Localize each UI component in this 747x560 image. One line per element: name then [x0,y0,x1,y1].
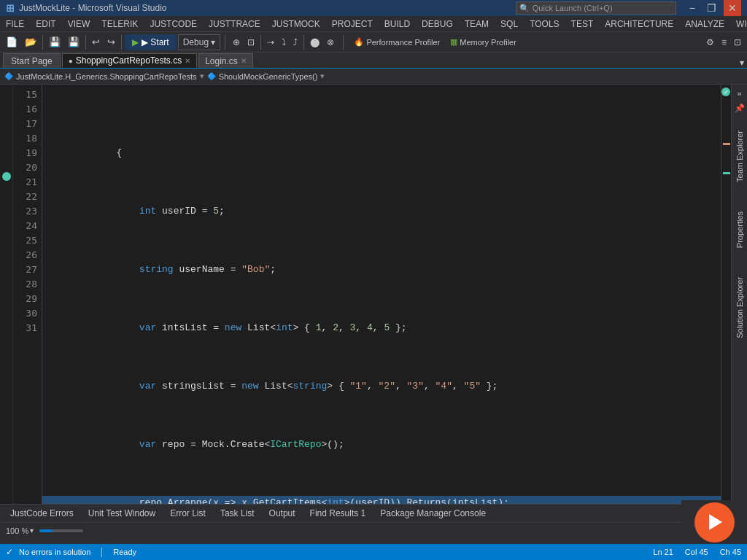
main-area: 15 16 17 18 19 20 21 22 23 24 25 26 27 2… [0,85,747,504]
menu-justtrace[interactable]: JUSTTRACE [203,18,266,31]
performance-profiler-label: Performance Profiler [366,38,440,47]
toolbar-sep5 [260,35,261,50]
breadcrumb-separator: ▾ [200,71,204,81]
quick-launch-text[interactable]: Quick Launch (Ctrl+Q) [533,4,613,12]
active-file-label: ShoppingCartRepoTests.cs [76,55,182,66]
attach-icon[interactable]: ⊕ [230,36,243,49]
output-tab[interactable]: Output [262,507,303,520]
menu-sql[interactable]: SQL [495,18,524,31]
login-file-tab[interactable]: Login.cs ✕ [198,53,253,68]
ready-text: Ready [113,548,136,556]
close-button[interactable]: ✕ [724,0,741,16]
menu-analyze[interactable]: ANALYZE [679,18,730,31]
code-line-19: var stringsList = new List<string> { "1"… [42,379,721,394]
col-info: Col 45 [685,548,708,556]
menu-project[interactable]: PROJECT [326,18,379,31]
toolbar-sep2 [85,35,86,50]
menu-test[interactable]: TEST [565,18,600,31]
tab-scroll-right[interactable]: ▾ [737,58,747,68]
menu-file[interactable]: FILE [0,18,30,31]
start-page-tab[interactable]: Start Page [3,53,61,68]
redo-icon[interactable]: ↪ [104,35,118,49]
menu-window[interactable]: WINDOW [730,18,747,31]
quick-launch-bar[interactable]: 🔍 Quick Launch (Ctrl+Q) [516,1,676,15]
pluralsight-logo[interactable] [681,500,747,544]
zoom-slider[interactable] [39,529,83,532]
justcode-errors-tab[interactable]: JustCode Errors [3,507,81,520]
memory-profiler-label: Memory Profiler [460,38,516,47]
settings3-icon[interactable]: ⊡ [731,36,744,49]
debug-dropdown[interactable]: Debug ▾ [178,34,221,50]
line21-indicator [2,172,11,181]
active-file-tab[interactable]: ● ShoppingCartRepoTests.cs ✕ [62,53,197,68]
zoom-value[interactable]: 100 % [6,526,28,535]
toolbar: 📄 📂 💾 💾 ↩ ↪ ▶ ▶ Start Debug ▾ ⊕ ⊡ ⇢ ⤵ ⤴ … [0,32,747,52]
menu-team[interactable]: TEAM [459,18,495,31]
code-line-17: string userName = "Bob"; [42,262,721,277]
line-num-23: 23 [16,204,37,219]
memory-profiler-button[interactable]: ▦ Memory Profiler [446,36,521,48]
menu-bar: FILE EDIT VIEW TELERIK JUSTCODE JUSTTRAC… [0,16,747,32]
breadcrumb-separator2: ▾ [320,71,325,81]
tab-pin-icon[interactable]: ✕ [185,57,190,65]
menu-architecture[interactable]: ARCHITECTURE [599,18,679,31]
start-label: ▶ Start [142,37,169,47]
start-page-label: Start Page [11,56,53,66]
restore-button[interactable]: ❐ [703,0,721,16]
step-out-icon[interactable]: ⤴ [290,36,301,49]
line-num-22: 22 [16,190,37,204]
break-icon[interactable]: ⊡ [244,36,258,49]
line-info: Ln 21 [653,548,673,556]
open-file-icon[interactable]: 📂 [22,35,39,49]
find-results-tab[interactable]: Find Results 1 [303,507,374,520]
menu-edit[interactable]: EDIT [30,18,61,31]
line-num-16: 16 [16,102,37,117]
minimize-button[interactable]: − [685,0,700,16]
line-num-31: 31 [16,321,37,335]
login-close-icon[interactable]: ✕ [241,57,247,65]
solution-explorer-tab[interactable]: Solution Explorer [734,271,746,344]
breadcrumb-method[interactable]: ShouldMockGenericTypes() [219,72,318,81]
menu-build[interactable]: BUILD [379,18,416,31]
app-logo: ⊞ [6,2,15,14]
breadcrumb-namespace[interactable]: JustMockLite.H_Generics.ShoppingCartRepo… [16,72,197,81]
title-bar: ⊞ JustMockLite - Microsoft Visual Studio… [0,0,747,16]
step-over-icon[interactable]: ⇢ [264,36,277,49]
undo-icon[interactable]: ↩ [89,35,103,49]
team-explorer-tab[interactable]: Team Explorer [734,125,746,188]
toolbar-sep6 [303,35,304,50]
menu-tools[interactable]: TOOLS [524,18,565,31]
save-icon[interactable]: 💾 [46,35,63,49]
step-in-icon[interactable]: ⤵ [279,36,289,49]
unit-test-window-tab[interactable]: Unit Test Window [81,507,163,520]
code-line-21[interactable]: repo.Arrange(x => x.GetCartItems<int>(us… [42,496,721,504]
error-list-tab[interactable]: Error List [163,507,213,520]
ch-info: Ch 45 [720,548,741,556]
menu-justcode[interactable]: JUSTCODE [144,18,203,31]
line-num-19: 19 [16,146,37,160]
pin-icon[interactable]: 📌 [733,102,746,114]
no-errors-text[interactable]: No errors in solution [19,548,90,556]
new-project-icon[interactable]: 📄 [3,35,20,49]
settings2-icon[interactable]: ≡ [719,36,729,49]
performance-profiler-button[interactable]: 🔥 Performance Profiler [349,36,444,48]
code-editor[interactable]: { int userID = 5; string userName = "Bob… [42,85,721,504]
collapse-icon[interactable]: » [735,88,743,99]
save-all-icon[interactable]: 💾 [65,35,82,49]
breakpoint-icon[interactable]: ⬤ [307,36,322,49]
debug-label: Debug ▾ [183,37,216,47]
menu-view[interactable]: VIEW [62,18,96,31]
start-button[interactable]: ▶ ▶ Start [125,34,177,50]
side-panel-icons: » 📌 Team Explorer Properties Solution Ex… [731,85,747,504]
status-left: ✓ No errors in solution │ Ready [6,547,136,557]
exception-icon[interactable]: ⊗ [324,36,337,49]
menu-telerik[interactable]: TELERIK [96,18,144,31]
settings1-icon[interactable]: ⚙ [703,36,717,49]
menu-justmock[interactable]: JUSTMOCK [266,18,326,31]
zoom-dropdown-icon[interactable]: ▾ [30,526,34,534]
menu-debug[interactable]: DEBUG [416,18,459,31]
package-manager-tab[interactable]: Package Manager Console [373,507,493,520]
properties-tab[interactable]: Properties [734,206,746,254]
task-list-tab[interactable]: Task List [213,507,262,520]
line-numbers: 15 16 17 18 19 20 21 22 23 24 25 26 27 2… [13,85,42,504]
